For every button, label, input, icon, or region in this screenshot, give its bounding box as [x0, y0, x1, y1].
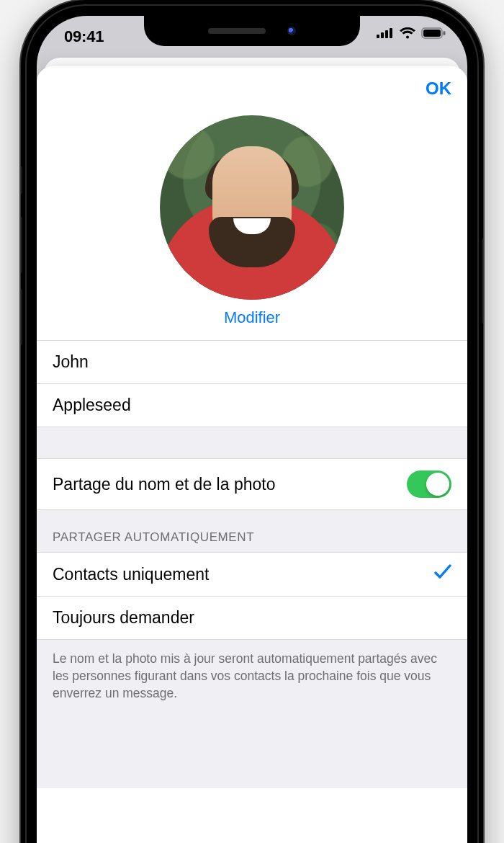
modal-sheet: OK Modifier: [37, 66, 467, 843]
name-list: [37, 340, 467, 427]
sheet-header: OK: [37, 66, 467, 111]
last-name-field[interactable]: [53, 396, 451, 415]
svg-rect-6: [444, 31, 446, 35]
share-toggle-switch[interactable]: [407, 470, 451, 498]
share-toggle-label: Partage du nom et de la photo: [53, 475, 275, 494]
svg-rect-2: [385, 30, 388, 38]
avatar-section: Modifier: [37, 111, 467, 340]
volume-down-button: [21, 288, 22, 346]
screen: 09:41 OK: [37, 16, 467, 843]
ok-button[interactable]: OK: [426, 79, 451, 99]
checkmark-icon: [434, 564, 451, 584]
option-contacts-only[interactable]: Contacts uniquement: [37, 553, 467, 597]
svg-rect-3: [390, 28, 392, 38]
first-name-field[interactable]: [53, 352, 451, 372]
notch: [144, 16, 360, 46]
front-camera: [287, 27, 296, 35]
speaker-grille: [208, 28, 266, 34]
section-gap: [37, 427, 467, 459]
phone-frame: 09:41 OK: [21, 0, 483, 843]
svg-rect-1: [381, 32, 384, 38]
side-button: [482, 238, 483, 324]
auto-share-section-header: PARTAGER AUTOMATIQUEMENT: [37, 510, 467, 553]
option-always-ask[interactable]: Toujours demander: [37, 597, 467, 640]
volume-up-button: [21, 216, 22, 274]
cellular-signal-icon: [377, 28, 394, 38]
status-time: 09:41: [64, 27, 104, 46]
svg-rect-5: [423, 30, 441, 37]
svg-rect-0: [377, 35, 379, 38]
avatar[interactable]: [160, 115, 344, 300]
battery-icon: [421, 27, 446, 39]
option-label: Contacts uniquement: [53, 565, 209, 584]
status-icons: [377, 27, 446, 39]
option-label: Toujours demander: [53, 608, 194, 628]
auto-share-footer: Le nom et la photo mis à jour seront aut…: [37, 640, 467, 788]
last-name-row[interactable]: [37, 384, 467, 427]
first-name-row[interactable]: [37, 341, 467, 384]
share-toggle-row: Partage du nom et de la photo: [37, 459, 467, 510]
ringer-switch: [21, 166, 22, 195]
wifi-icon: [400, 27, 415, 39]
edit-photo-button[interactable]: Modifier: [224, 308, 280, 327]
